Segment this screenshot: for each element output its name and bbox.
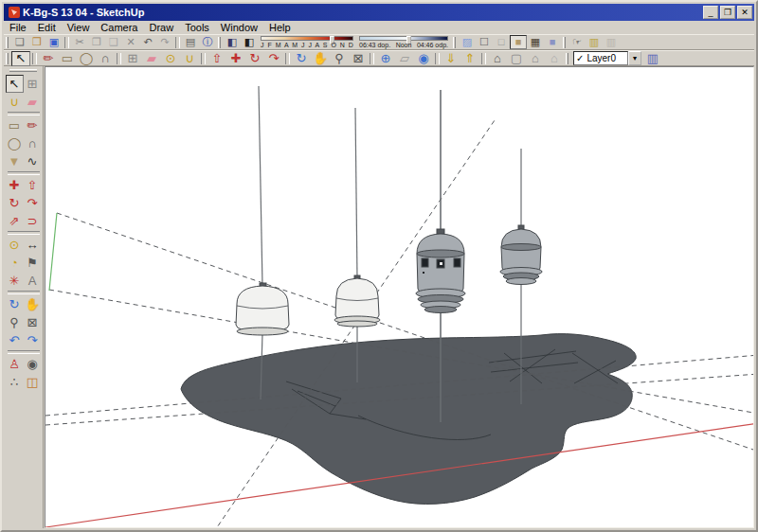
menu-draw[interactable]: Draw [143, 21, 179, 34]
time-slider-track[interactable] [359, 36, 448, 41]
circle-tool-button[interactable]: ◯ [77, 51, 96, 66]
lts-walk-tool[interactable]: ∴ [6, 373, 24, 391]
pan-tool-button[interactable]: ✋ [311, 51, 330, 66]
lts-text-tool[interactable]: ⚑ [24, 254, 42, 272]
toolbar-grip[interactable] [6, 37, 9, 48]
layer-dropdown[interactable]: ✓ Layer0 [573, 51, 628, 65]
close-button[interactable]: ✕ [737, 6, 752, 19]
lts-rectangle-tool[interactable]: ▭ [6, 116, 24, 134]
menu-tools[interactable]: Tools [179, 21, 215, 34]
lts-rotate-tool[interactable]: ↻ [6, 194, 24, 212]
menu-window[interactable]: Window [215, 21, 263, 34]
toggle-shadows-button[interactable]: ◧ [241, 35, 258, 49]
lts-tape-measure[interactable]: ⊙ [6, 236, 24, 254]
lamp-3[interactable] [416, 229, 465, 313]
shadow-settings-button[interactable]: ◧ [224, 35, 241, 49]
toolbar-grip[interactable] [6, 53, 9, 64]
lts-position-camera[interactable]: ♙ [6, 355, 24, 373]
menu-help[interactable]: Help [263, 21, 297, 34]
lts-select-tool[interactable]: ↖ [6, 75, 24, 93]
lts-freehand-tool[interactable]: ∿ [24, 152, 42, 170]
toolbar-grip[interactable] [453, 37, 456, 48]
lts-line-tool[interactable]: ✏ [24, 116, 42, 134]
follow-me-button[interactable]: ↷ [264, 51, 283, 66]
toolbar-grip[interactable] [9, 69, 37, 72]
menu-file[interactable]: File [4, 21, 32, 34]
lts-next-view[interactable]: ↷ [24, 331, 42, 349]
component-attributes-button[interactable]: ▥ [603, 35, 620, 49]
zoom-tool-button[interactable]: ⚲ [330, 51, 349, 66]
lts-look-around[interactable]: ◉ [24, 355, 42, 373]
paint-bucket-button[interactable]: ∪ [180, 51, 199, 66]
paste-button[interactable]: ❑ [105, 35, 122, 49]
layer-dropdown-arrow[interactable]: ▾ [628, 51, 641, 65]
toolbar-grip[interactable] [563, 37, 566, 48]
toolbar-grip[interactable] [566, 53, 568, 64]
arc-tool-button[interactable]: ∩ [96, 51, 115, 66]
lts-dimension-tool[interactable]: ↔ [24, 236, 42, 254]
lts-orbit-tool[interactable]: ↻ [6, 295, 24, 313]
title-bar[interactable]: K-Bg-S 13 04 - SketchUp _ ❐ ✕ [4, 4, 754, 21]
date-slider-track[interactable] [261, 36, 353, 41]
green-axis-line[interactable] [49, 213, 57, 291]
lts-polygon-tool[interactable]: ▼ [6, 152, 24, 170]
lamp-4[interactable] [500, 225, 542, 285]
shadow-date-slider[interactable]: J F M A M J J A S O N D [261, 35, 353, 49]
shadow-blob[interactable] [181, 334, 636, 505]
lts-arc-tool[interactable]: ∩ [24, 134, 42, 152]
lts-3d-text-tool[interactable]: A [24, 272, 42, 290]
monochrome-button[interactable]: ■ [544, 35, 561, 49]
lts-scale-tool[interactable]: ⇗ [6, 212, 24, 230]
lts-make-component[interactable]: ⊞ [24, 75, 42, 93]
model-viewport[interactable] [45, 66, 754, 528]
cut-button[interactable]: ✂ [71, 35, 88, 49]
lts-move-tool[interactable]: ✚ [6, 176, 24, 194]
lts-circle-tool[interactable]: ◯ [6, 134, 24, 152]
layer-manager-button[interactable]: ▥ [643, 51, 662, 66]
menu-edit[interactable]: Edit [32, 21, 62, 34]
view-right-button[interactable]: ⌂ [545, 51, 564, 66]
toolbar-grip[interactable] [218, 37, 221, 48]
shadow-time-slider[interactable]: 06:43 dop. Noon 04:46 odp. [359, 35, 448, 49]
minimize-button[interactable]: _ [703, 6, 718, 19]
new-button[interactable]: ❏ [11, 35, 28, 49]
save-button[interactable]: ▣ [45, 35, 63, 49]
restore-button[interactable]: ❐ [720, 6, 735, 19]
push-pull-button[interactable]: ⇧ [208, 51, 226, 66]
undo-button[interactable]: ↶ [139, 35, 156, 49]
make-component-button[interactable]: ⊞ [123, 51, 142, 66]
copy-button[interactable]: ❐ [88, 35, 105, 49]
shaded-button[interactable]: ■ [510, 35, 527, 49]
rotate-tool-button[interactable]: ↻ [245, 51, 264, 66]
menu-camera[interactable]: Camera [95, 21, 143, 34]
xray-mode-button[interactable]: ▨ [459, 35, 476, 49]
model-info-button[interactable]: ⓘ [199, 35, 216, 49]
interact-tool-button[interactable]: ☞ [568, 35, 586, 49]
lts-paint-bucket[interactable]: ∪ [6, 93, 24, 111]
lts-axes-tool[interactable]: ✳ [6, 272, 24, 290]
view-iso-button[interactable]: ⌂ [488, 51, 507, 66]
menu-view[interactable]: View [62, 21, 96, 34]
place-model-button[interactable]: ◉ [414, 51, 433, 66]
lts-offset-tool[interactable]: ⊃ [24, 212, 42, 230]
orbit-tool-button[interactable]: ↻ [292, 51, 311, 66]
zoom-extents-button[interactable]: ⊠ [349, 51, 368, 66]
share-model-button[interactable]: ⇑ [460, 51, 479, 66]
print-button[interactable]: ▤ [182, 35, 199, 49]
lts-pan-tool[interactable]: ✋ [24, 295, 42, 313]
shaded-textures-button[interactable]: ▦ [527, 35, 544, 49]
add-location-button[interactable]: ⊕ [376, 51, 395, 66]
lamp-1[interactable] [236, 283, 289, 335]
view-top-button[interactable]: ▢ [507, 51, 526, 66]
get-models-button[interactable]: ⇓ [442, 51, 460, 66]
move-tool-button[interactable]: ✚ [226, 51, 245, 66]
tape-measure-button[interactable]: ⊙ [161, 51, 180, 66]
lamp-2[interactable] [334, 275, 380, 327]
lts-section-plane[interactable]: ◫ [24, 373, 42, 391]
line-tool-button[interactable]: ✏ [39, 51, 58, 66]
component-options-button[interactable]: ▥ [586, 35, 603, 49]
lts-previous-view[interactable]: ↶ [6, 331, 24, 349]
toggle-terrain-button[interactable]: ▱ [395, 51, 414, 66]
lts-zoom-extents[interactable]: ⊠ [24, 313, 42, 331]
open-button[interactable]: ❒ [28, 35, 45, 49]
